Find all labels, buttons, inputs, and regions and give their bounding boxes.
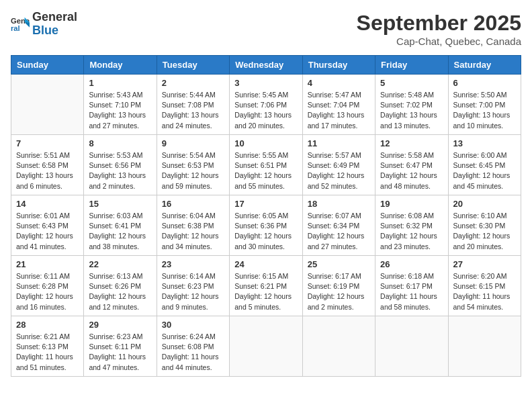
calendar-cell (230, 316, 302, 377)
day-info: Sunrise: 6:03 AMSunset: 6:41 PMDaylight:… (89, 211, 151, 252)
calendar-cell: 29Sunrise: 6:23 AMSunset: 6:11 PMDayligh… (84, 316, 157, 377)
day-info: Sunrise: 6:11 AMSunset: 6:28 PMDaylight:… (16, 271, 79, 312)
calendar-cell: 13Sunrise: 6:00 AMSunset: 6:45 PMDayligh… (448, 135, 521, 195)
location-subtitle: Cap-Chat, Quebec, Canada (357, 36, 521, 47)
day-number: 14 (16, 199, 79, 209)
calendar-cell (448, 316, 521, 377)
day-info: Sunrise: 6:20 AMSunset: 6:15 PMDaylight:… (453, 271, 516, 312)
day-info: Sunrise: 6:18 AMSunset: 6:17 PMDaylight:… (380, 271, 443, 312)
day-number: 20 (453, 199, 516, 209)
day-info: Sunrise: 5:58 AMSunset: 6:47 PMDaylight:… (380, 150, 443, 191)
day-info: Sunrise: 6:13 AMSunset: 6:26 PMDaylight:… (89, 271, 151, 312)
calendar-cell: 3Sunrise: 5:45 AMSunset: 7:06 PMDaylight… (230, 75, 302, 135)
page-header: Gene ral General Blue September 2025 Cap… (11, 11, 521, 47)
calendar-cell: 19Sunrise: 6:08 AMSunset: 6:32 PMDayligh… (375, 195, 448, 256)
day-info: Sunrise: 5:44 AMSunset: 7:08 PMDaylight:… (162, 90, 224, 131)
day-info: Sunrise: 6:08 AMSunset: 6:32 PMDaylight:… (380, 211, 443, 252)
day-number: 12 (380, 138, 443, 148)
day-number: 18 (308, 199, 370, 209)
day-number: 19 (380, 199, 443, 209)
calendar-cell: 30Sunrise: 6:24 AMSunset: 6:08 PMDayligh… (157, 316, 229, 377)
svg-text:ral: ral (11, 24, 20, 32)
day-info: Sunrise: 5:48 AMSunset: 7:02 PMDaylight:… (380, 90, 443, 131)
day-number: 10 (234, 138, 297, 148)
day-number: 4 (308, 78, 370, 88)
day-info: Sunrise: 5:45 AMSunset: 7:06 PMDaylight:… (234, 90, 297, 131)
day-number: 23 (162, 259, 224, 269)
day-info: Sunrise: 5:43 AMSunset: 7:10 PMDaylight:… (89, 90, 151, 131)
calendar-header-row: SundayMondayTuesdayWednesdayThursdayFrid… (11, 56, 521, 75)
calendar-cell: 27Sunrise: 6:20 AMSunset: 6:15 PMDayligh… (448, 256, 521, 316)
calendar-cell: 2Sunrise: 5:44 AMSunset: 7:08 PMDaylight… (157, 75, 229, 135)
day-of-week-header: Sunday (11, 56, 84, 75)
calendar-cell: 20Sunrise: 6:10 AMSunset: 6:30 PMDayligh… (448, 195, 521, 256)
day-number: 2 (162, 78, 224, 88)
calendar-cell: 23Sunrise: 6:14 AMSunset: 6:23 PMDayligh… (157, 256, 229, 316)
day-number: 8 (89, 138, 151, 148)
calendar-week-row: 7Sunrise: 5:51 AMSunset: 6:58 PMDaylight… (11, 135, 521, 195)
day-info: Sunrise: 6:17 AMSunset: 6:19 PMDaylight:… (308, 271, 370, 312)
day-info: Sunrise: 6:15 AMSunset: 6:21 PMDaylight:… (234, 271, 297, 312)
day-number: 9 (162, 138, 224, 148)
day-info: Sunrise: 6:24 AMSunset: 6:08 PMDaylight:… (162, 332, 224, 373)
day-info: Sunrise: 6:10 AMSunset: 6:30 PMDaylight:… (453, 211, 516, 252)
calendar-cell: 18Sunrise: 6:07 AMSunset: 6:34 PMDayligh… (302, 195, 375, 256)
calendar-table: SundayMondayTuesdayWednesdayThursdayFrid… (11, 55, 521, 377)
calendar-cell: 17Sunrise: 6:05 AMSunset: 6:36 PMDayligh… (230, 195, 302, 256)
calendar-cell: 14Sunrise: 6:01 AMSunset: 6:43 PMDayligh… (11, 195, 84, 256)
day-info: Sunrise: 6:05 AMSunset: 6:36 PMDaylight:… (234, 211, 297, 252)
calendar-cell: 26Sunrise: 6:18 AMSunset: 6:17 PMDayligh… (375, 256, 448, 316)
calendar-cell: 1Sunrise: 5:43 AMSunset: 7:10 PMDaylight… (84, 75, 157, 135)
day-number: 25 (308, 259, 370, 269)
day-info: Sunrise: 6:21 AMSunset: 6:13 PMDaylight:… (16, 332, 79, 373)
calendar-cell: 15Sunrise: 6:03 AMSunset: 6:41 PMDayligh… (84, 195, 157, 256)
day-number: 6 (453, 78, 516, 88)
day-info: Sunrise: 6:04 AMSunset: 6:38 PMDaylight:… (162, 211, 224, 252)
calendar-cell: 10Sunrise: 5:55 AMSunset: 6:51 PMDayligh… (230, 135, 302, 195)
day-number: 30 (162, 320, 224, 330)
calendar-week-row: 1Sunrise: 5:43 AMSunset: 7:10 PMDaylight… (11, 75, 521, 135)
day-of-week-header: Friday (375, 56, 448, 75)
day-number: 16 (162, 199, 224, 209)
day-info: Sunrise: 5:47 AMSunset: 7:04 PMDaylight:… (308, 90, 370, 131)
day-info: Sunrise: 6:01 AMSunset: 6:43 PMDaylight:… (16, 211, 79, 252)
calendar-cell: 16Sunrise: 6:04 AMSunset: 6:38 PMDayligh… (157, 195, 229, 256)
day-of-week-header: Monday (84, 56, 157, 75)
day-info: Sunrise: 6:07 AMSunset: 6:34 PMDaylight:… (308, 211, 370, 252)
calendar-week-row: 21Sunrise: 6:11 AMSunset: 6:28 PMDayligh… (11, 256, 521, 316)
day-number: 24 (234, 259, 297, 269)
day-number: 3 (234, 78, 297, 88)
day-info: Sunrise: 5:55 AMSunset: 6:51 PMDaylight:… (234, 150, 297, 191)
title-block: September 2025 Cap-Chat, Quebec, Canada (357, 11, 521, 47)
calendar-cell: 25Sunrise: 6:17 AMSunset: 6:19 PMDayligh… (302, 256, 375, 316)
calendar-week-row: 14Sunrise: 6:01 AMSunset: 6:43 PMDayligh… (11, 195, 521, 256)
month-title: September 2025 (357, 11, 521, 36)
day-number: 15 (89, 199, 151, 209)
day-info: Sunrise: 6:00 AMSunset: 6:45 PMDaylight:… (453, 150, 516, 191)
calendar-cell (375, 316, 448, 377)
day-of-week-header: Wednesday (230, 56, 302, 75)
calendar-cell: 12Sunrise: 5:58 AMSunset: 6:47 PMDayligh… (375, 135, 448, 195)
calendar-cell: 11Sunrise: 5:57 AMSunset: 6:49 PMDayligh… (302, 135, 375, 195)
calendar-cell: 7Sunrise: 5:51 AMSunset: 6:58 PMDaylight… (11, 135, 84, 195)
day-info: Sunrise: 5:51 AMSunset: 6:58 PMDaylight:… (16, 150, 79, 191)
day-info: Sunrise: 5:57 AMSunset: 6:49 PMDaylight:… (308, 150, 370, 191)
calendar-cell: 5Sunrise: 5:48 AMSunset: 7:02 PMDaylight… (375, 75, 448, 135)
day-number: 26 (380, 259, 443, 269)
day-number: 5 (380, 78, 443, 88)
day-info: Sunrise: 5:50 AMSunset: 7:00 PMDaylight:… (453, 90, 516, 131)
day-number: 21 (16, 259, 79, 269)
calendar-cell: 4Sunrise: 5:47 AMSunset: 7:04 PMDaylight… (302, 75, 375, 135)
day-number: 28 (16, 320, 79, 330)
day-number: 27 (453, 259, 516, 269)
calendar-cell: 6Sunrise: 5:50 AMSunset: 7:00 PMDaylight… (448, 75, 521, 135)
day-of-week-header: Saturday (448, 56, 521, 75)
day-number: 17 (234, 199, 297, 209)
day-number: 1 (89, 78, 151, 88)
day-number: 7 (16, 138, 79, 148)
logo-text-blue: Blue (32, 24, 58, 37)
day-number: 22 (89, 259, 151, 269)
day-of-week-header: Tuesday (157, 56, 229, 75)
day-info: Sunrise: 5:54 AMSunset: 6:53 PMDaylight:… (162, 150, 224, 191)
calendar-cell: 28Sunrise: 6:21 AMSunset: 6:13 PMDayligh… (11, 316, 84, 377)
